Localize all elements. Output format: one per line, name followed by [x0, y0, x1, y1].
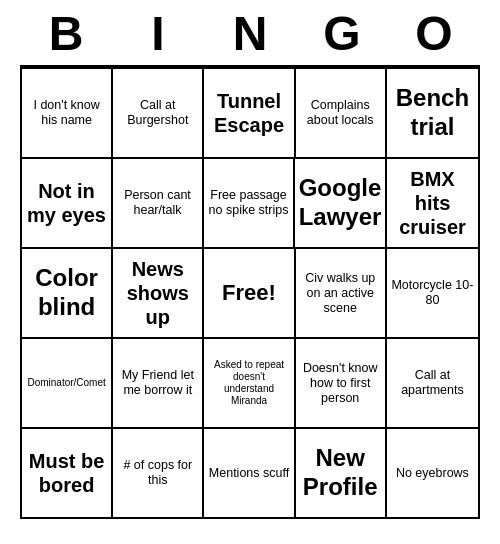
- bingo-cell-2-1[interactable]: News shows up: [113, 249, 204, 337]
- title-g: G: [302, 6, 382, 61]
- title-n: N: [210, 6, 290, 61]
- bingo-title: B I N G O: [20, 0, 480, 65]
- bingo-row-3: Dominator/CometMy Friend let me borrow i…: [22, 337, 478, 427]
- bingo-cell-1-0[interactable]: Not in my eyes: [22, 159, 113, 247]
- bingo-cell-2-4[interactable]: Motorcycle 10-80: [387, 249, 478, 337]
- bingo-cell-0-4[interactable]: Bench trial: [387, 69, 478, 157]
- bingo-row-1: Not in my eyesPerson cant hear/talkFree …: [22, 157, 478, 247]
- bingo-cell-3-1[interactable]: My Friend let me borrow it: [113, 339, 204, 427]
- bingo-cell-2-3[interactable]: Civ walks up on an active scene: [296, 249, 387, 337]
- bingo-cell-2-2[interactable]: Free!: [204, 249, 295, 337]
- bingo-cell-4-3[interactable]: New Profile: [296, 429, 387, 517]
- bingo-cell-4-1[interactable]: # of cops for this: [113, 429, 204, 517]
- bingo-cell-3-0[interactable]: Dominator/Comet: [22, 339, 113, 427]
- bingo-cell-0-3[interactable]: Complains about locals: [296, 69, 387, 157]
- bingo-cell-0-2[interactable]: Tunnel Escape: [204, 69, 295, 157]
- title-o: O: [394, 6, 474, 61]
- bingo-cell-1-3[interactable]: Google Lawyer: [295, 159, 387, 247]
- bingo-cell-3-2[interactable]: Asked to repeat doesn't understand Miran…: [204, 339, 295, 427]
- bingo-cell-4-2[interactable]: Mentions scuff: [204, 429, 295, 517]
- bingo-cell-0-0[interactable]: I don't know his name: [22, 69, 113, 157]
- bingo-cell-2-0[interactable]: Color blind: [22, 249, 113, 337]
- bingo-cell-3-4[interactable]: Call at apartments: [387, 339, 478, 427]
- bingo-cell-4-0[interactable]: Must be bored: [22, 429, 113, 517]
- bingo-cell-1-4[interactable]: BMX hits cruiser: [387, 159, 478, 247]
- bingo-row-2: Color blindNews shows upFree!Civ walks u…: [22, 247, 478, 337]
- bingo-cell-0-1[interactable]: Call at Burgershot: [113, 69, 204, 157]
- bingo-cell-1-2[interactable]: Free passage no spike strips: [204, 159, 295, 247]
- bingo-cell-3-3[interactable]: Doesn't know how to first person: [296, 339, 387, 427]
- bingo-cell-4-4[interactable]: No eyebrows: [387, 429, 478, 517]
- title-b: B: [26, 6, 106, 61]
- bingo-cell-1-1[interactable]: Person cant hear/talk: [113, 159, 204, 247]
- bingo-grid: I don't know his nameCall at BurgershotT…: [20, 65, 480, 519]
- bingo-row-4: Must be bored# of cops for thisMentions …: [22, 427, 478, 517]
- title-i: I: [118, 6, 198, 61]
- bingo-row-0: I don't know his nameCall at BurgershotT…: [22, 67, 478, 157]
